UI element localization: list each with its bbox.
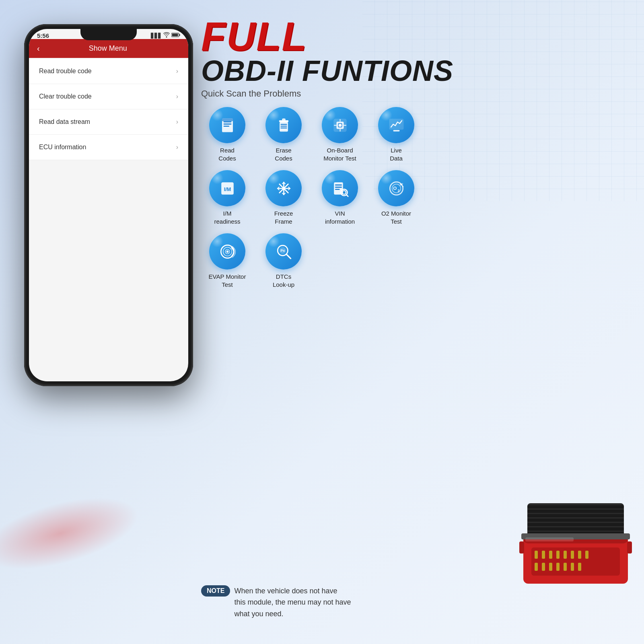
menu-item-clear-trouble-label: Clear trouble code [39, 93, 92, 100]
svg-point-17 [338, 123, 341, 126]
svg-rect-63 [527, 510, 624, 513]
svg-rect-73 [535, 551, 538, 559]
svg-point-56 [226, 250, 228, 252]
read-trouble-chevron-icon: › [176, 68, 178, 75]
phone-container: 5:56 ▋▋▋ [12, 24, 205, 406]
svg-rect-10 [280, 126, 287, 126]
svg-rect-77 [564, 551, 567, 559]
svg-rect-85 [564, 563, 567, 571]
left-glow-effect [0, 484, 146, 583]
svg-rect-76 [556, 551, 560, 559]
svg-rect-67 [527, 527, 624, 531]
svg-rect-90 [525, 537, 574, 541]
menu-item-read-data-stream[interactable]: Read data stream › [29, 109, 188, 135]
battery-icon [171, 33, 180, 39]
app-header: ‹ Show Menu [29, 39, 188, 58]
svg-rect-88 [519, 541, 524, 553]
im-readiness-label: I/Mreadiness [214, 210, 240, 225]
svg-rect-5 [223, 123, 231, 125]
obd-connector [519, 503, 632, 592]
freeze-frame-icon [275, 179, 293, 198]
evap-monitor-icon-circle [209, 233, 245, 270]
svg-text:O: O [393, 185, 397, 191]
vin-info-icon [331, 179, 349, 198]
obd-connector-svg [519, 503, 632, 592]
evap-monitor-label: EVAP MonitorTest [209, 273, 246, 288]
note-text: When the vehicle does not havethis modul… [234, 585, 351, 620]
dtcs-lookup-icon-circle: Px [265, 233, 302, 270]
svg-rect-6 [223, 126, 229, 127]
svg-text:Px: Px [280, 249, 285, 253]
app-header-title: Show Menu [44, 44, 172, 53]
icon-grid: ReadCodes EraseCodes [201, 107, 636, 288]
svg-rect-74 [542, 551, 545, 559]
svg-rect-79 [578, 551, 581, 559]
o2-monitor-label: O2 MonitorTest [381, 210, 411, 225]
icon-item-freeze-frame: FreezeFrame [257, 170, 310, 225]
phone-body: 5:56 ▋▋▋ [24, 24, 193, 386]
erase-codes-icon [275, 116, 293, 134]
svg-rect-41 [335, 187, 342, 188]
svg-rect-7 [222, 118, 233, 121]
menu-item-read-trouble[interactable]: Read trouble code › [29, 59, 188, 84]
o2-monitor-icon: O 2 [387, 179, 405, 198]
note-badge: NOTE [201, 585, 230, 597]
svg-line-45 [346, 195, 348, 196]
menu-item-clear-trouble[interactable]: Clear trouble code › [29, 84, 188, 109]
svg-rect-2 [172, 34, 178, 36]
subtitle: Quick Scan the Problems [201, 88, 636, 99]
svg-rect-9 [280, 123, 287, 124]
svg-rect-23 [393, 130, 399, 132]
status-time: 5:56 [37, 32, 49, 39]
icon-item-read-codes: ReadCodes [201, 107, 253, 162]
svg-rect-11 [280, 127, 287, 128]
clear-trouble-chevron-icon: › [176, 93, 178, 100]
svg-rect-65 [527, 518, 624, 522]
freeze-frame-label: FreezeFrame [274, 210, 293, 225]
svg-rect-42 [335, 189, 339, 190]
im-readiness-icon: I/M [218, 179, 237, 198]
icon-item-dtcs-lookup: Px DTCsLook-up [257, 233, 310, 288]
svg-rect-78 [571, 551, 574, 559]
icon-item-live-data: LiveData [370, 107, 422, 162]
svg-rect-8 [280, 122, 288, 131]
svg-rect-83 [549, 563, 552, 571]
svg-rect-39 [334, 182, 343, 195]
svg-line-60 [286, 254, 290, 258]
svg-rect-75 [549, 551, 552, 559]
erase-codes-icon-circle [265, 107, 302, 143]
icon-item-evap-monitor: EVAP MonitorTest [201, 233, 253, 288]
menu-item-read-data-label: Read data stream [39, 118, 90, 126]
menu-item-ecu-info[interactable]: ECU information › [29, 135, 188, 160]
dtcs-lookup-icon: Px [275, 243, 293, 261]
title-section: FULL OBD-II FUNTIONS Quick Scan the Prob… [201, 16, 636, 99]
dtcs-lookup-label: DTCsLook-up [273, 273, 294, 288]
svg-point-38 [282, 187, 285, 189]
read-data-chevron-icon: › [176, 118, 178, 126]
svg-rect-40 [335, 184, 342, 185]
menu-list: Read trouble code › Clear trouble code ›… [29, 59, 188, 160]
live-data-icon-circle [378, 107, 414, 143]
svg-rect-89 [627, 541, 632, 553]
icon-item-im-readiness: I/M I/Mreadiness [201, 170, 253, 225]
title-obdii: OBD-II FUNTIONS [201, 56, 636, 85]
on-board-monitor-icon [331, 116, 349, 134]
o2-monitor-icon-circle: O 2 [378, 170, 414, 206]
icon-item-erase-codes: EraseCodes [257, 107, 310, 162]
svg-text:I/M: I/M [224, 186, 231, 192]
back-button[interactable]: ‹ [37, 44, 40, 53]
menu-item-read-trouble-label: Read trouble code [39, 68, 92, 75]
svg-point-50 [400, 183, 402, 185]
live-data-icon [387, 116, 405, 134]
wifi-icon [163, 32, 170, 39]
icon-item-o2-monitor: O 2 O2 MonitorTest [370, 170, 422, 225]
im-readiness-icon-circle: I/M [209, 170, 245, 206]
svg-rect-82 [542, 563, 545, 571]
icon-item-vin-info: VINinformation [314, 170, 366, 225]
phone-screen: 5:56 ▋▋▋ [29, 29, 188, 381]
erase-codes-label: EraseCodes [275, 146, 292, 162]
svg-text:2: 2 [397, 188, 399, 192]
vin-info-label: VINinformation [325, 210, 355, 225]
menu-item-ecu-label: ECU information [39, 144, 86, 151]
freeze-frame-icon-circle [265, 170, 302, 206]
